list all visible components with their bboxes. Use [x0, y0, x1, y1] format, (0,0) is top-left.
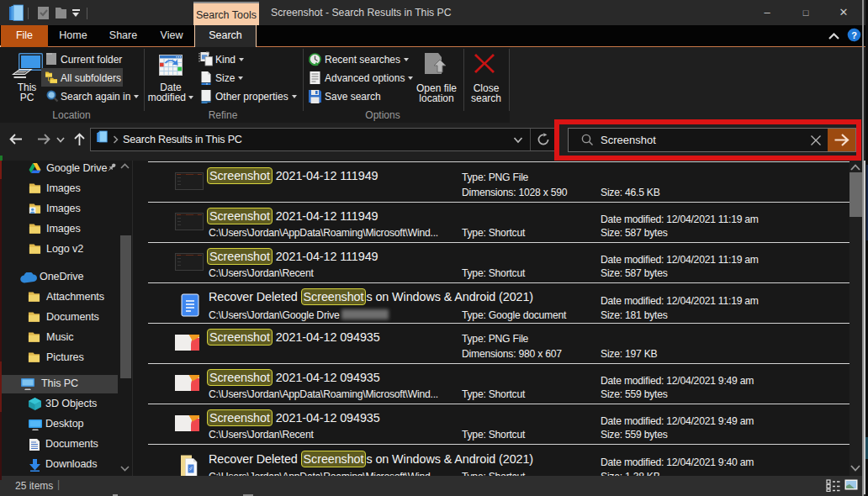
svg-text:?: ?: [851, 30, 857, 40]
